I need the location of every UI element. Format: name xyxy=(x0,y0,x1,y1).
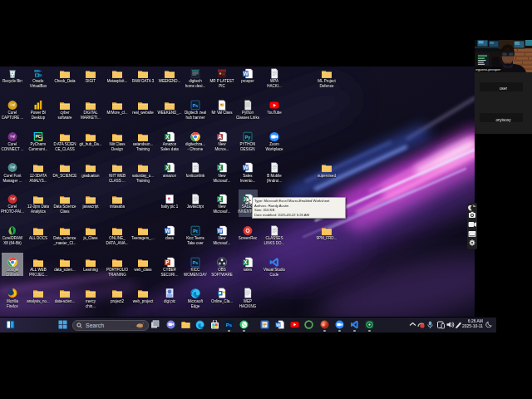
svg-text:eguero-prosper: eguero-prosper xyxy=(475,67,501,71)
svg-text:X: X xyxy=(244,259,248,264)
svg-text:X: X xyxy=(165,165,170,170)
svg-text:W: W xyxy=(244,71,249,76)
svg-text:W: W xyxy=(244,165,249,170)
svg-text:X: X xyxy=(165,133,170,139)
svg-text:PC: PC xyxy=(36,134,42,139)
svg-text:W: W xyxy=(217,228,223,234)
svg-text:Ps: Ps xyxy=(226,323,233,328)
svg-text:Py: Py xyxy=(245,134,251,139)
svg-text:X: X xyxy=(218,196,222,202)
svg-text:Ps: Ps xyxy=(193,259,199,264)
svg-text:W: W xyxy=(165,228,170,234)
svg-text:P: P xyxy=(165,259,170,264)
svg-text:Pt: Pt xyxy=(193,228,198,233)
svg-text:X: X xyxy=(218,165,222,170)
svg-text:Ps: Ps xyxy=(193,102,199,107)
svg-text:A: A xyxy=(218,133,222,139)
